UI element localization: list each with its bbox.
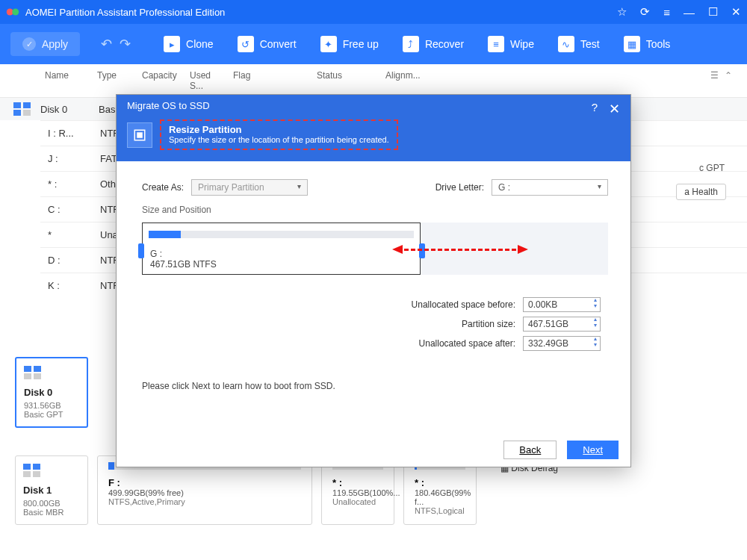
disk-1-card[interactable]: Disk 1 800.00GB Basic MBR bbox=[15, 455, 88, 525]
recover-icon: ⤴ bbox=[403, 36, 419, 52]
main-toolbar: ✓ Apply ↶ ↷ ▸Clone ↺Convert ✦Free up ⤴Re… bbox=[0, 24, 747, 64]
disk-0-card[interactable]: Disk 0 931.56GB Basic GPT bbox=[15, 357, 88, 428]
column-headers: Name Type Capacity Used S... Flag Status… bbox=[0, 64, 747, 97]
menu-icon[interactable]: ≡ bbox=[663, 6, 670, 19]
arrow-left-icon bbox=[392, 245, 403, 254]
header-flag[interactable]: Flag bbox=[229, 69, 312, 93]
arrow-right-icon bbox=[518, 245, 528, 254]
freeup-button[interactable]: ✦Free up bbox=[309, 31, 391, 57]
partition-slider[interactable]: G : 467.51GB NTFS bbox=[142, 223, 608, 282]
apply-button[interactable]: ✓ Apply bbox=[10, 32, 80, 56]
tools-button[interactable]: ▦Tools bbox=[612, 31, 683, 57]
psize-label: Partition size: bbox=[462, 319, 515, 329]
check-icon: ✓ bbox=[22, 37, 36, 51]
slider-part-name: G : bbox=[150, 249, 217, 259]
apply-label: Apply bbox=[42, 38, 68, 50]
drive-letter-label: Drive Letter: bbox=[436, 182, 484, 193]
disk-0-name: Disk 0 bbox=[40, 104, 99, 115]
test-icon: ∿ bbox=[558, 36, 574, 52]
tools-icon: ▦ bbox=[624, 36, 640, 52]
app-title: AOMEI Partition Assistant Professional E… bbox=[25, 7, 617, 18]
modal-header: Migrate OS to SSD ? ✕ Resize Partition S… bbox=[117, 95, 630, 161]
refresh-icon[interactable]: ⟳ bbox=[640, 5, 650, 19]
test-button[interactable]: ∿Test bbox=[546, 31, 612, 57]
before-input[interactable]: 0.00KB bbox=[523, 297, 601, 312]
drive-letter-combo[interactable]: G : bbox=[492, 179, 608, 196]
app-logo bbox=[6, 5, 19, 19]
disk-icon bbox=[13, 102, 31, 116]
wipe-icon: ≡ bbox=[488, 36, 504, 52]
create-as-label: Create As: bbox=[142, 182, 184, 193]
psize-input[interactable]: 467.51GB bbox=[523, 317, 601, 332]
disk-0-type: Basi bbox=[99, 104, 117, 115]
svg-rect-3 bbox=[137, 132, 143, 138]
slider-handle-left[interactable] bbox=[138, 243, 144, 258]
undo-icon[interactable]: ↶ bbox=[101, 36, 112, 52]
slider-part-size: 467.51GB NTFS bbox=[150, 259, 217, 270]
back-button[interactable]: Back bbox=[503, 441, 557, 459]
svg-point-1 bbox=[12, 9, 19, 16]
health-tag[interactable]: a Health bbox=[676, 184, 726, 200]
resize-arrows bbox=[392, 245, 528, 254]
recover-button[interactable]: ⤴Recover bbox=[391, 31, 476, 57]
disk-info-right: c GPT bbox=[699, 163, 725, 173]
clone-button[interactable]: ▸Clone bbox=[152, 31, 226, 57]
migrate-os-modal: Migrate OS to SSD ? ✕ Resize Partition S… bbox=[116, 94, 631, 467]
after-input[interactable]: 332.49GB bbox=[523, 336, 601, 351]
close-window-icon[interactable]: ✕ bbox=[731, 5, 741, 19]
header-status[interactable]: Status bbox=[312, 69, 381, 93]
disk-icon bbox=[23, 464, 41, 477]
wipe-button[interactable]: ≡Wipe bbox=[476, 31, 546, 57]
star-icon[interactable]: ☆ bbox=[617, 5, 627, 19]
banner-highlight: Resize Partition Specify the size or the… bbox=[160, 119, 398, 150]
size-position-label: Size and Position bbox=[142, 205, 608, 215]
redo-icon[interactable]: ↷ bbox=[120, 36, 131, 52]
header-capacity[interactable]: Capacity bbox=[137, 69, 185, 93]
disk-icon bbox=[24, 366, 42, 379]
caret-icon[interactable]: ⌃ bbox=[725, 70, 732, 91]
header-used[interactable]: Used S... bbox=[185, 69, 229, 93]
modal-title: Migrate OS to SSD bbox=[117, 95, 630, 116]
close-icon[interactable]: ✕ bbox=[609, 101, 620, 117]
create-as-combo: Primary Partition bbox=[191, 179, 308, 196]
convert-button[interactable]: ↺Convert bbox=[226, 31, 309, 57]
resize-icon bbox=[127, 122, 152, 148]
banner-title: Resize Partition bbox=[169, 124, 389, 135]
list-view-icon[interactable]: ☰ bbox=[710, 70, 719, 91]
minimize-icon[interactable]: — bbox=[684, 6, 695, 19]
next-button[interactable]: Next bbox=[567, 441, 619, 459]
banner-subtitle: Specify the size or the location of the … bbox=[169, 135, 389, 144]
header-align[interactable]: Alignm... bbox=[381, 69, 426, 93]
header-name[interactable]: Name bbox=[40, 69, 93, 93]
hint-text: Please click Next to learn how to boot f… bbox=[142, 381, 608, 391]
before-label: Unallocated space before: bbox=[412, 299, 515, 310]
after-label: Unallocated space after: bbox=[419, 338, 515, 349]
convert-icon: ↺ bbox=[238, 36, 254, 52]
maximize-icon[interactable]: ☐ bbox=[708, 5, 718, 19]
clone-icon: ▸ bbox=[164, 36, 180, 52]
header-type[interactable]: Type bbox=[93, 69, 137, 93]
freeup-icon: ✦ bbox=[320, 36, 337, 52]
help-icon[interactable]: ? bbox=[592, 101, 598, 113]
title-bar: AOMEI Partition Assistant Professional E… bbox=[0, 0, 747, 24]
